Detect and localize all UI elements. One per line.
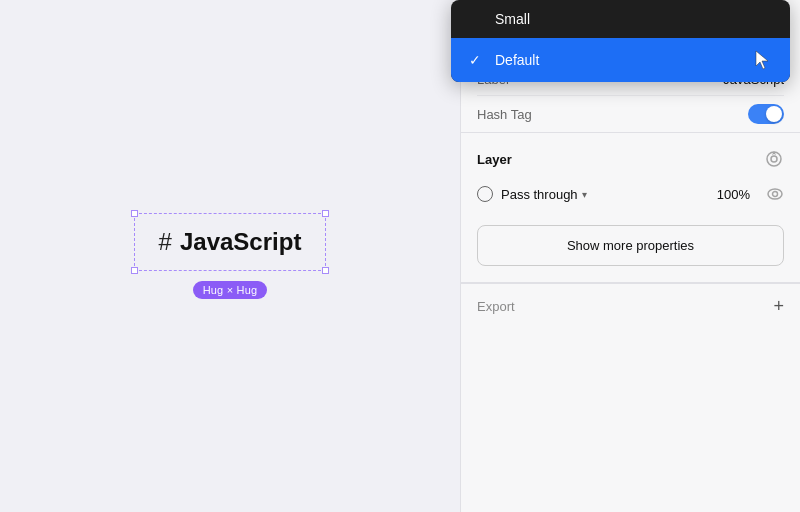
- canvas-area: # JavaScript Hug × Hug: [0, 0, 460, 512]
- cursor-icon: [754, 49, 772, 71]
- layer-blend-row: Pass through ▾ 100%: [477, 179, 784, 209]
- export-section: Export +: [461, 283, 800, 329]
- handle-bottom-right[interactable]: [322, 267, 329, 274]
- export-label: Export: [477, 299, 515, 314]
- check-icon: ✓: [469, 52, 485, 68]
- handle-top-right[interactable]: [322, 210, 329, 217]
- hashtag-key: Hash Tag: [477, 107, 748, 122]
- component-label-text: JavaScript: [180, 228, 301, 256]
- export-add-icon[interactable]: +: [773, 296, 784, 317]
- dropdown-item-small[interactable]: Small: [451, 0, 790, 38]
- right-panel: Small ✓ Default Label JavaScript Hash Ta…: [460, 0, 800, 512]
- opacity-value[interactable]: 100%: [717, 187, 750, 202]
- dropdown-item-default[interactable]: ✓ Default: [451, 38, 790, 82]
- dropdown-label-default: Default: [495, 52, 744, 68]
- visibility-icon[interactable]: [766, 185, 784, 203]
- size-dropdown[interactable]: Small ✓ Default: [451, 0, 790, 82]
- handle-bottom-left[interactable]: [131, 267, 138, 274]
- hash-symbol: #: [159, 228, 172, 256]
- svg-point-3: [773, 192, 778, 197]
- blend-chevron-icon: ▾: [582, 189, 587, 200]
- handle-top-left[interactable]: [131, 210, 138, 217]
- component-wrapper: # JavaScript Hug × Hug: [134, 213, 327, 299]
- blend-icon: [477, 186, 493, 202]
- svg-point-0: [767, 152, 781, 166]
- show-more-properties-button[interactable]: Show more properties: [477, 225, 784, 266]
- blend-mode-label: Pass through: [501, 187, 578, 202]
- blend-mode-selector[interactable]: Pass through ▾: [501, 187, 709, 202]
- svg-point-2: [768, 189, 782, 199]
- hashtag-property-row: Hash Tag: [477, 96, 784, 132]
- dropdown-label-small: Small: [495, 11, 772, 27]
- hashtag-toggle[interactable]: [748, 104, 784, 124]
- check-empty: [469, 11, 485, 27]
- layer-section: Layer Pass through ▾ 100%: [461, 133, 800, 209]
- layer-settings-icon[interactable]: [764, 149, 784, 169]
- layer-header: Layer: [477, 149, 784, 169]
- hug-badge: Hug × Hug: [193, 281, 268, 299]
- component-frame[interactable]: # JavaScript: [134, 213, 327, 271]
- svg-point-1: [771, 156, 777, 162]
- layer-title: Layer: [477, 152, 512, 167]
